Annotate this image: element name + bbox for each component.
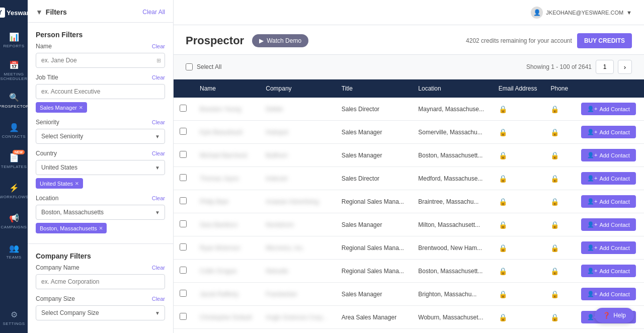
email-lock-icon: 🔒: [499, 267, 507, 275]
row-name: Brandon Young: [194, 98, 260, 121]
table-row: Christopher Dufault Anglo Sciences Corp.…: [174, 306, 644, 329]
name-clear-button[interactable]: Clear: [152, 43, 165, 49]
company-size-clear-button[interactable]: Clear: [152, 296, 165, 302]
country-tag-remove[interactable]: ×: [75, 180, 79, 187]
row-checkbox[interactable]: [180, 243, 187, 251]
country-tag[interactable]: United States ×: [36, 178, 83, 189]
location-clear-button[interactable]: Clear: [152, 195, 165, 201]
job-title-tag-remove[interactable]: ×: [79, 104, 83, 111]
add-contact-button[interactable]: 👤+ Add Contact: [581, 265, 636, 277]
row-checkbox-cell: [174, 190, 194, 213]
sidebar-item-templates[interactable]: NEW 📄 TEMPLATES: [0, 146, 28, 176]
row-phone: 🔒: [544, 98, 575, 121]
phone-lock-icon: 🔒: [550, 105, 559, 113]
next-page-button[interactable]: ›: [618, 60, 632, 74]
company-size-select[interactable]: Select Company Size 1-10 11-50 51-200 20…: [36, 305, 165, 320]
job-title-input[interactable]: [36, 84, 165, 99]
company-name-clear-button[interactable]: Clear: [152, 265, 165, 271]
add-contact-button[interactable]: 👤+ Add Contact: [581, 241, 636, 254]
row-actions: 👤+ Add Contact: [575, 236, 644, 260]
add-contact-label: Add Contact: [599, 245, 630, 251]
add-contact-button[interactable]: 👤+ Add Contact: [581, 172, 636, 185]
add-contact-button[interactable]: 👤+ Add Contact: [581, 218, 636, 231]
location-select-wrapper: Boston, Massachusetts ▼: [36, 205, 165, 220]
sidebar-item-label: CAMPAIGNS: [1, 225, 27, 229]
row-checkbox[interactable]: [180, 313, 187, 320]
row-checkbox[interactable]: [180, 290, 187, 297]
location-tag[interactable]: Boston, Massachusetts ×: [36, 223, 107, 233]
row-checkbox[interactable]: [180, 267, 187, 274]
location-tag-remove[interactable]: ×: [99, 225, 103, 231]
name-input[interactable]: [36, 53, 165, 68]
seniority-select[interactable]: Select Seniority VP Director Manager Ind…: [36, 129, 165, 144]
location-select[interactable]: Boston, Massachusetts: [36, 205, 165, 220]
row-checkbox[interactable]: [180, 105, 187, 112]
company-name-filter-group: Company Name Clear: [28, 264, 173, 295]
reports-icon: 📊: [9, 32, 19, 42]
sidebar-item-workflows[interactable]: ⚡ WORKFLOWS: [0, 176, 28, 206]
header-location-col: Location: [412, 79, 492, 98]
row-checkbox[interactable]: [180, 174, 187, 181]
row-name: Kyle Beaudrault: [194, 121, 260, 144]
add-contact-button[interactable]: 👤+ Add Contact: [581, 103, 636, 115]
row-checkbox-cell: [174, 98, 194, 121]
job-title-tag[interactable]: Sales Manager ×: [36, 102, 87, 113]
add-contact-button[interactable]: 👤+ Add Contact: [581, 149, 636, 161]
top-bar: 👤 JKEOHANE@YESWARE.COM ▼: [174, 0, 644, 25]
row-actions: 👤+ Add Contact: [575, 283, 644, 306]
row-name: Sean Murphy: [194, 329, 260, 334]
sidebar-item-teams[interactable]: 👥 TEAMS: [0, 236, 28, 267]
seniority-select-wrapper: Select Seniority VP Director Manager Ind…: [36, 129, 165, 144]
buy-credits-button[interactable]: BUY CREDITS: [577, 33, 632, 48]
country-select[interactable]: United States: [36, 160, 165, 175]
job-title-clear-button[interactable]: Clear: [152, 74, 165, 80]
company-name-input[interactable]: [36, 274, 165, 289]
help-button[interactable]: ❓ Help: [595, 308, 634, 323]
location-tag-text: Boston, Massachusetts: [40, 225, 97, 231]
row-checkbox-cell: [174, 329, 194, 334]
row-checkbox[interactable]: [180, 128, 187, 135]
seniority-clear-button[interactable]: Clear: [152, 119, 165, 125]
header-phone-col: Phone: [544, 79, 575, 98]
email-lock-icon: 🔒: [499, 221, 507, 229]
row-actions: 👤+ Add Contact: [575, 121, 644, 144]
add-contact-button[interactable]: 👤+ Add Contact: [581, 288, 636, 300]
sidebar-item-settings[interactable]: ⚙ SETTINGS: [0, 303, 28, 333]
email-lock-icon: 🔒: [499, 198, 507, 206]
add-contact-button[interactable]: 👤+ Add Contact: [581, 126, 636, 138]
add-contact-label: Add Contact: [599, 176, 630, 182]
phone-lock-icon: 🔒: [550, 198, 559, 206]
row-location: Brighton, Massachu...: [412, 283, 492, 306]
job-title-label-row: Job Title Clear: [36, 74, 165, 81]
select-all-checkbox[interactable]: [186, 63, 193, 70]
sidebar-item-reports[interactable]: 📊 REPORTS: [0, 25, 28, 55]
row-company: Bullhorn: [260, 144, 335, 167]
sidebar-item-prospector[interactable]: 🔍 PROSPECTOR: [0, 86, 28, 116]
row-phone: 🔒: [544, 167, 575, 190]
campaigns-icon: 📢: [9, 213, 19, 223]
email-lock-icon: 🔒: [499, 175, 507, 183]
row-checkbox[interactable]: [180, 197, 187, 204]
clear-all-button[interactable]: Clear All: [142, 9, 165, 16]
email-lock-icon: 🔒: [499, 290, 507, 298]
email-lock-icon: 🔒: [499, 313, 507, 321]
watch-demo-button[interactable]: ▶ Watch Demo: [252, 34, 308, 47]
logo[interactable]: Y Yesware: [0, 0, 28, 25]
add-contact-icon: 👤+: [587, 129, 597, 135]
row-checkbox[interactable]: [180, 220, 187, 227]
row-checkbox[interactable]: [180, 151, 187, 158]
company-size-select-wrapper: Select Company Size 1-10 11-50 51-200 20…: [36, 305, 165, 320]
row-email: 🔒: [493, 167, 545, 190]
sidebar-item-meeting-scheduler[interactable]: 📅 MEETING SCHEDULER: [0, 55, 28, 86]
country-clear-button[interactable]: Clear: [152, 150, 165, 156]
add-contact-button[interactable]: 👤+ Add Contact: [581, 195, 636, 208]
workflows-icon: ⚡: [9, 183, 19, 193]
sidebar-item-campaigns[interactable]: 📢 CAMPAIGNS: [0, 206, 28, 236]
user-info[interactable]: 👤 JKEOHANE@YESWARE.COM ▼: [531, 7, 632, 19]
sidebar-item-contacts[interactable]: 👤 CONTACTS: [0, 116, 28, 146]
header-company-col: Company: [260, 79, 335, 98]
row-email: 🔒: [493, 236, 545, 260]
page-number-input[interactable]: [596, 60, 614, 74]
row-phone: 🔒: [544, 236, 575, 260]
add-contact-label: Add Contact: [599, 106, 630, 112]
